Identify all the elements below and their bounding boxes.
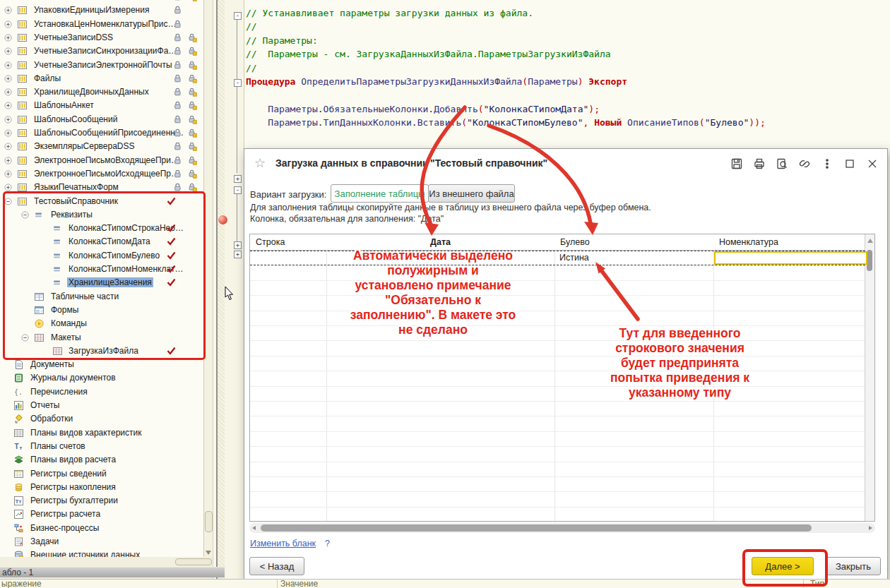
tree-item-label[interactable]: ШаблоныАнкет xyxy=(32,100,95,110)
close-icon[interactable] xyxy=(866,157,879,170)
tree-item[interactable]: УпаковкиЕдиницыИзмерения xyxy=(0,4,203,17)
tree-item[interactable]: Файлы xyxy=(0,72,203,85)
tree-item[interactable]: УчетныеЗаписиЭлектроннойПочты xyxy=(0,59,203,72)
column-header-1[interactable]: Строка xyxy=(256,234,285,250)
tree-item-label[interactable]: УпаковкиЕдиницыИзмерения xyxy=(32,5,150,15)
tab-external-file[interactable]: Из внешнего файла xyxy=(428,184,515,203)
tab-fill-table[interactable]: Заполнение таблицы xyxy=(331,184,429,203)
expand-icon[interactable] xyxy=(4,88,12,96)
tree-item[interactable]: Планы видов расчета xyxy=(0,453,203,467)
tree-item[interactable]: ЭкземплярыСервераDSS xyxy=(0,140,203,153)
tree-vertical-scrollbar-thumb[interactable] xyxy=(205,511,213,532)
tree-item-label[interactable]: УчетныеЗаписиЭлектроннойПочты xyxy=(32,60,174,70)
column-header-2[interactable]: Дата xyxy=(326,234,554,250)
table-vertical-scrollbar[interactable] xyxy=(865,234,874,521)
table-horizontal-scrollbar[interactable] xyxy=(249,523,875,533)
column-header-4[interactable]: Номенклатура xyxy=(719,234,778,250)
expand-icon[interactable] xyxy=(4,20,12,28)
tree-item-label[interactable]: Регистры расчета xyxy=(29,509,102,519)
selected-cell[interactable] xyxy=(714,251,867,265)
tree-item-label[interactable]: Регистры бухгалтерии xyxy=(29,496,119,505)
tree-item[interactable]: Отчеты xyxy=(0,399,203,412)
tree-item-label[interactable]: ШаблоныСообщенийПрисоединенн… xyxy=(32,128,185,138)
expand-icon[interactable] xyxy=(4,184,12,191)
expand-icon[interactable] xyxy=(4,102,12,109)
fold-expand-icon[interactable]: + xyxy=(234,241,242,249)
tree-item[interactable]: ЭлектронноеПисьмоИсходящееПр… xyxy=(0,167,203,181)
tree-item-label[interactable]: ЭлектронноеПисьмоИсходящееПр… xyxy=(32,169,181,179)
tree-item[interactable]: Журналы документов xyxy=(0,371,203,385)
tree-item[interactable]: Бизнес-процессы xyxy=(0,522,203,535)
expand-icon[interactable] xyxy=(4,129,12,137)
more-icon[interactable] xyxy=(821,157,833,170)
tree-item-label[interactable]: Файлы xyxy=(32,73,62,83)
tree-item[interactable]: ШаблоныАнкет xyxy=(0,99,203,112)
table-cell-value[interactable]: Истина xyxy=(559,253,589,263)
tree-item[interactable]: Задачи xyxy=(0,535,203,548)
tree-item-label[interactable]: ЭлектронноеПисьмоВходящееПри… xyxy=(32,155,181,165)
help-link[interactable]: ? xyxy=(325,539,330,548)
fold-collapse-icon[interactable]: - xyxy=(234,186,242,194)
tree-item[interactable]: ШаблоныСообщений xyxy=(0,113,203,126)
expand-icon[interactable] xyxy=(4,157,12,164)
expand-icon[interactable] xyxy=(4,75,12,83)
tree-item[interactable]: ТтПланы счетов xyxy=(0,440,203,453)
tree-scroll-down-arrow-icon[interactable] xyxy=(206,551,211,555)
fold-expand-icon[interactable]: + xyxy=(234,175,242,183)
fold-expand-icon[interactable]: + xyxy=(234,251,242,258)
scroll-left-arrow-icon[interactable] xyxy=(252,526,256,530)
preview-icon[interactable] xyxy=(776,157,788,170)
maximize-icon[interactable] xyxy=(843,157,856,170)
tree-item[interactable]: Регистры расчета xyxy=(0,508,203,521)
tree-item[interactable]: Регистры сведений xyxy=(0,467,203,481)
panel-splitter[interactable] xyxy=(218,0,225,588)
tree-item-label[interactable]: ШаблоныСообщений xyxy=(32,114,119,124)
tree-item-label[interactable]: Регистры накопления xyxy=(29,482,117,492)
tree-item-label[interactable]: Журналы документов xyxy=(29,373,117,383)
tree-item-label[interactable]: Задачи xyxy=(29,536,60,546)
expand-icon[interactable] xyxy=(4,47,12,55)
favorite-star-icon[interactable]: ☆ xyxy=(254,155,266,171)
tree-item-label[interactable]: УчетныеЗаписиDSS xyxy=(32,32,114,42)
horizontal-scrollbar-thumb[interactable] xyxy=(261,524,812,532)
tree-item-label[interactable]: Бизнес-процессы xyxy=(29,523,100,533)
fold-collapse-icon[interactable]: - xyxy=(234,12,242,20)
tree-item-label[interactable]: ЭкземплярыСервераDSS xyxy=(32,141,136,151)
tree-item[interactable]: Обработки xyxy=(0,412,203,426)
tree-item-label[interactable]: Внешние источники данных xyxy=(29,550,141,557)
vertical-scrollbar-thumb[interactable] xyxy=(867,250,872,271)
tree-item-label[interactable]: УчетныеЗаписиСинхронизацииФа… xyxy=(32,46,178,56)
tree-item[interactable]: {..}Перечисления xyxy=(0,385,203,399)
tree-item[interactable]: ХранилищеДвоичныхДанных xyxy=(0,85,203,99)
tree-item-label[interactable]: Планы видов характеристик xyxy=(29,428,143,438)
expand-icon[interactable] xyxy=(4,6,12,14)
breakpoint-marker-icon[interactable] xyxy=(218,215,227,224)
tree-item[interactable]: Планы видов характеристик xyxy=(0,426,203,440)
tree-item-label[interactable]: Документы xyxy=(29,359,76,369)
back-button[interactable]: < Назад xyxy=(249,557,304,575)
tree-horizontal-scrollbar-thumb[interactable] xyxy=(175,558,212,565)
fold-collapse-icon[interactable]: - xyxy=(234,79,242,87)
tree-item[interactable]: ЭлектронноеПисьмоВходящееПри… xyxy=(0,154,203,167)
scroll-right-arrow-icon[interactable] xyxy=(869,526,872,530)
tree-item-label[interactable]: Регистры сведений xyxy=(29,469,108,479)
tree-item-label[interactable]: УстановкаЦенНоменклатурыПрис… xyxy=(32,19,177,29)
tree-item-label[interactable]: Отчеты xyxy=(29,400,61,410)
tree-item[interactable]: УстановкаЦенНоменклатурыПрис… xyxy=(0,18,203,31)
print-icon[interactable] xyxy=(753,157,766,170)
expand-icon[interactable] xyxy=(4,61,12,69)
edit-form-link[interactable]: Изменить бланк xyxy=(250,539,316,548)
expand-icon[interactable] xyxy=(4,34,12,42)
tree-item-label[interactable]: Перечисления xyxy=(29,387,89,397)
tree-item[interactable]: Регистры накопления xyxy=(0,481,203,494)
tree-item[interactable]: УчетныеЗаписиDSS xyxy=(0,31,203,44)
tree-item[interactable]: Внешние источники данных xyxy=(0,548,203,557)
scroll-up-arrow-icon[interactable] xyxy=(867,239,873,243)
tree-item[interactable]: ТтРегистры бухгалтерии xyxy=(0,494,203,508)
tree-item[interactable] xyxy=(0,0,203,4)
close-button[interactable]: Закрыть xyxy=(826,557,881,575)
column-header-3[interactable]: Булево xyxy=(560,234,590,250)
tablo-panel-tab[interactable]: абло - 1 xyxy=(0,567,225,577)
expand-icon[interactable] xyxy=(4,170,12,178)
tree-item[interactable]: ШаблоныСообщенийПрисоединенн… xyxy=(0,126,203,140)
